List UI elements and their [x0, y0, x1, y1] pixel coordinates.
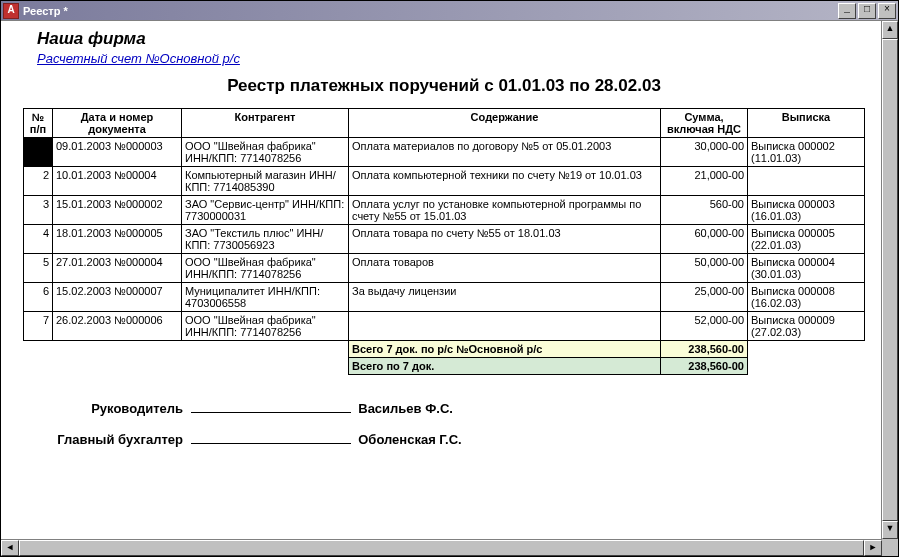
- cell: 52,000-00: [661, 312, 748, 341]
- cell: [349, 312, 661, 341]
- minimize-button[interactable]: _: [838, 3, 856, 19]
- cell: ЗАО "Текстиль плюс" ИНН/КПП: 7730056923: [182, 225, 349, 254]
- horizontal-scrollbar[interactable]: ◄ ►: [1, 539, 882, 556]
- cell: Оплата материалов по договору №5 от 05.0…: [349, 138, 661, 167]
- cell: 27.01.2003 №000004: [53, 254, 182, 283]
- table-row[interactable]: 315.01.2003 №000002ЗАО "Сервис-центр" ИН…: [24, 196, 865, 225]
- subtotal-sum: 238,560-00: [661, 341, 748, 358]
- head-label: Руководитель: [23, 401, 183, 416]
- close-button[interactable]: ×: [878, 3, 896, 19]
- table-header-row: № п/п Дата и номер документа Контрагент …: [24, 109, 865, 138]
- scroll-track[interactable]: [882, 39, 898, 521]
- table-row[interactable]: 418.01.2003 №000005ЗАО "Текстиль плюс" И…: [24, 225, 865, 254]
- cell: 6: [24, 283, 53, 312]
- cell: [24, 138, 53, 167]
- scroll-up-button[interactable]: ▲: [882, 21, 898, 39]
- cell: 50,000-00: [661, 254, 748, 283]
- cell: 4: [24, 225, 53, 254]
- sign-head: Руководитель Васильев Ф.С.: [23, 401, 865, 416]
- accountant-name: Оболенская Г.С.: [358, 432, 461, 447]
- signatures: Руководитель Васильев Ф.С. Главный бухга…: [23, 401, 865, 447]
- document-area: Наша фирма Расчетный счет №Основной р/с …: [1, 21, 881, 539]
- cell: Оплата услуг по установке компьютерной п…: [349, 196, 661, 225]
- cell: [748, 167, 865, 196]
- cell: 15.02.2003 №000007: [53, 283, 182, 312]
- cell: Выписка 000004 (30.01.03): [748, 254, 865, 283]
- col-num: № п/п: [24, 109, 53, 138]
- sign-line: [191, 412, 351, 413]
- cell: 21,000-00: [661, 167, 748, 196]
- cell: Оплата компьютерной техники по счету №19…: [349, 167, 661, 196]
- cell: Выписка 000005 (22.01.03): [748, 225, 865, 254]
- scroll-thumb[interactable]: [19, 540, 864, 556]
- col-statement: Выписка: [748, 109, 865, 138]
- maximize-button[interactable]: □: [858, 3, 876, 19]
- head-name: Васильев Ф.С.: [358, 401, 453, 416]
- window-title: Реестр *: [23, 5, 838, 17]
- cell: 7: [24, 312, 53, 341]
- subtotal-sum: 238,560-00: [661, 358, 748, 375]
- scroll-corner: [882, 539, 898, 555]
- subtotal-label: Всего 7 док. по р/с №Основной р/с: [349, 341, 661, 358]
- cell: 26.02.2003 №000006: [53, 312, 182, 341]
- cell: 25,000-00: [661, 283, 748, 312]
- cell: Оплата товаров: [349, 254, 661, 283]
- cell: 18.01.2003 №000005: [53, 225, 182, 254]
- scroll-thumb[interactable]: [882, 39, 898, 521]
- cell: 5: [24, 254, 53, 283]
- cell: 3: [24, 196, 53, 225]
- col-date: Дата и номер документа: [53, 109, 182, 138]
- cell: 2: [24, 167, 53, 196]
- col-counterparty: Контрагент: [182, 109, 349, 138]
- cell: 10.01.2003 №00004: [53, 167, 182, 196]
- table-row[interactable]: 726.02.2003 №000006ООО "Швейная фабрика"…: [24, 312, 865, 341]
- accountant-label: Главный бухгалтер: [23, 432, 183, 447]
- cell: 30,000-00: [661, 138, 748, 167]
- cell: Выписка 000009 (27.02.03): [748, 312, 865, 341]
- subtotal-row: Всего 7 док. по р/с №Основной р/с238,560…: [24, 341, 865, 358]
- table-row[interactable]: 615.02.2003 №000007Муниципалитет ИНН/КПП…: [24, 283, 865, 312]
- cell: 560-00: [661, 196, 748, 225]
- cell: ООО "Швейная фабрика" ИНН/КПП: 771407825…: [182, 138, 349, 167]
- scroll-track[interactable]: [19, 540, 864, 556]
- cell: Оплата товара по счету №55 от 18.01.03: [349, 225, 661, 254]
- app-window: A Реестр * _ □ × Наша фирма Расчетный сч…: [0, 0, 899, 557]
- subtotal-label: Всего по 7 док.: [349, 358, 661, 375]
- cell: Выписка 000002 (11.01.03): [748, 138, 865, 167]
- cell: Муниципалитет ИНН/КПП: 4703006558: [182, 283, 349, 312]
- cell: ООО "Швейная фабрика" ИНН/КПП: 771407825…: [182, 312, 349, 341]
- cell: ООО "Швейная фабрика" ИНН/КПП: 771407825…: [182, 254, 349, 283]
- cell: Компьютерный магазин ИНН/КПП: 7714085390: [182, 167, 349, 196]
- payments-table: № п/п Дата и номер документа Контрагент …: [23, 108, 865, 375]
- cell: Выписка 000003 (16.01.03): [748, 196, 865, 225]
- vertical-scrollbar[interactable]: ▲ ▼: [881, 21, 898, 539]
- cell: За выдачу лицензии: [349, 283, 661, 312]
- sign-line: [191, 443, 351, 444]
- account-link[interactable]: Расчетный счет №Основной р/с: [37, 51, 240, 66]
- col-description: Содержание: [349, 109, 661, 138]
- cell: 15.01.2003 №000002: [53, 196, 182, 225]
- table-row[interactable]: 09.01.2003 №000003ООО "Швейная фабрика" …: [24, 138, 865, 167]
- app-icon: A: [3, 3, 19, 19]
- scroll-left-button[interactable]: ◄: [1, 540, 19, 556]
- title-bar[interactable]: A Реестр * _ □ ×: [1, 1, 898, 20]
- cell: Выписка 000008 (16.02.03): [748, 283, 865, 312]
- firm-name: Наша фирма: [37, 29, 865, 49]
- sign-accountant: Главный бухгалтер Оболенская Г.С.: [23, 432, 865, 447]
- cell: ЗАО "Сервис-центр" ИНН/КПП: 7730000031: [182, 196, 349, 225]
- table-row[interactable]: 210.01.2003 №00004Компьютерный магазин И…: [24, 167, 865, 196]
- col-sum: Сумма, включая НДС: [661, 109, 748, 138]
- report-title: Реестр платежных поручений с 01.01.03 по…: [23, 76, 865, 96]
- scroll-right-button[interactable]: ►: [864, 540, 882, 556]
- cell: 60,000-00: [661, 225, 748, 254]
- subtotal-row: Всего по 7 док.238,560-00: [24, 358, 865, 375]
- table-row[interactable]: 527.01.2003 №000004ООО "Швейная фабрика"…: [24, 254, 865, 283]
- cell: 09.01.2003 №000003: [53, 138, 182, 167]
- scroll-down-button[interactable]: ▼: [882, 521, 898, 539]
